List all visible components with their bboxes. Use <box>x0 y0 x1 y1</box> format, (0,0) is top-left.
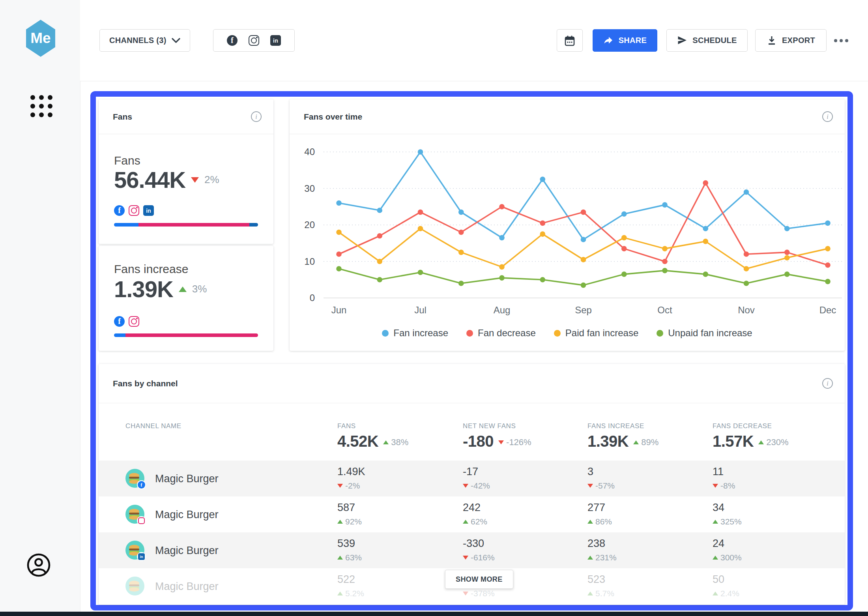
legend-item-fan-increase[interactable]: Fan increase <box>382 328 448 339</box>
channel-avatar: in <box>125 541 144 560</box>
legend-dot <box>382 330 389 337</box>
trend-up-icon <box>713 520 718 524</box>
chart-card-header: Fans over time i <box>290 99 845 134</box>
table-row[interactable]: Magic Burger 587 92% 242 62% 277 86% 34 … <box>99 496 845 532</box>
schedule-button[interactable]: SCHEDULE <box>666 29 748 52</box>
bottom-strip <box>0 612 868 616</box>
dashboard-page: Me CHANNELS (3) f in <box>0 0 868 616</box>
summary-fans-increase: FANS INCREASE 1.39K 89% <box>587 422 658 449</box>
legend-item-fan-decrease[interactable]: Fan decrease <box>466 328 536 339</box>
fans-stat-value: 56.44K <box>114 167 185 193</box>
trend-down-icon <box>337 484 343 488</box>
date-range-button[interactable] <box>557 29 583 52</box>
fans-card-title: Fans <box>113 112 132 122</box>
channel-avatar: f <box>125 469 144 488</box>
channel-avatar <box>125 577 144 595</box>
show-more-button[interactable]: SHOW MORE <box>445 570 513 589</box>
svg-text:0: 0 <box>310 292 315 303</box>
instagram-badge <box>137 516 146 525</box>
svg-text:Sep: Sep <box>575 305 592 315</box>
chevron-down-icon <box>172 38 180 43</box>
column-header-fans: FANS <box>337 422 408 430</box>
export-button-label: EXPORT <box>782 36 815 45</box>
svg-text:Dec: Dec <box>819 305 836 315</box>
fans-by-channel-card: Fans by channel i CHANNEL NAME FANS 4.52… <box>99 364 845 605</box>
legend-dot <box>554 330 561 337</box>
legend-dot <box>657 330 663 337</box>
trend-up-icon <box>758 440 764 444</box>
svg-text:30: 30 <box>304 183 315 194</box>
fans-distribution-bar <box>114 223 258 227</box>
svg-text:20: 20 <box>304 219 315 230</box>
top-toolbar: CHANNELS (3) f in SHARE <box>80 0 868 81</box>
channels-dropdown[interactable]: CHANNELS (3) <box>99 29 190 52</box>
fans-increase-networks: f <box>114 316 139 327</box>
facebook-badge: f <box>137 480 146 489</box>
apps-grid-icon[interactable] <box>30 95 52 117</box>
svg-text:10: 10 <box>304 256 315 267</box>
channel-name: Magic Burger <box>155 580 219 593</box>
fans-networks: f in <box>114 205 154 216</box>
fans-increase-label: Fans increase <box>114 262 188 276</box>
fans-stat-label: Fans <box>114 154 140 167</box>
fans-over-time-card: Fans over time i 010203040JunJulAugSepOc… <box>290 99 845 351</box>
facebook-icon: f <box>114 316 125 327</box>
trend-up-icon <box>587 556 593 560</box>
fans-over-time-chart: 010203040JunJulAugSepOctNovDec <box>290 134 845 324</box>
summary-fans-decrease: FANS DECREASE 1.57K 230% <box>713 422 789 449</box>
channel-avatar <box>125 505 144 524</box>
fans-increase-distribution-bar <box>114 333 258 337</box>
trend-up-icon <box>633 440 639 444</box>
trend-down-icon <box>498 440 504 444</box>
info-icon[interactable]: i <box>251 111 262 122</box>
fans-stat-delta: 2% <box>204 174 219 186</box>
column-header-fans-increase: FANS INCREASE <box>587 422 658 430</box>
account-icon[interactable] <box>26 552 51 579</box>
channel-name: Magic Burger <box>155 509 219 521</box>
linkedin-icon[interactable]: in <box>270 35 281 46</box>
more-options-button[interactable] <box>832 35 851 47</box>
instagram-icon <box>129 316 139 327</box>
facebook-icon[interactable]: f <box>227 35 238 46</box>
export-button[interactable]: EXPORT <box>755 29 827 52</box>
table-row[interactable]: in Magic Burger 539 63% -330 -616% 238 2… <box>99 532 845 568</box>
trend-down-icon <box>191 177 199 183</box>
download-icon <box>767 35 777 46</box>
table-card-header: Fans by channel i <box>99 364 845 403</box>
share-button[interactable]: SHARE <box>593 29 657 52</box>
fans-card: Fans i Fans 56.44K 2% f in <box>99 99 273 244</box>
trend-down-icon <box>713 484 718 488</box>
app-logo[interactable]: Me <box>24 20 57 57</box>
trend-up-icon <box>587 592 593 595</box>
trend-up-icon <box>587 520 593 524</box>
svg-text:Jul: Jul <box>414 305 427 315</box>
share-icon <box>603 36 614 46</box>
trend-up-icon <box>337 592 343 595</box>
info-icon[interactable]: i <box>822 111 833 122</box>
chart-card-title: Fans over time <box>304 112 362 122</box>
fans-increase-card: Fans increase 1.39K 3% f <box>99 246 273 351</box>
column-header-fans-decrease: FANS DECREASE <box>713 422 789 430</box>
facebook-icon: f <box>114 205 125 216</box>
linkedin-icon: in <box>143 205 154 216</box>
channel-name: Magic Burger <box>155 473 219 485</box>
svg-text:Nov: Nov <box>738 305 755 315</box>
table-card-title: Fans by channel <box>113 379 178 388</box>
legend-item-unpaid-fan-increase[interactable]: Unpaid fan increase <box>657 328 752 339</box>
table-row[interactable]: f Magic Burger 1.49K -2% -17 -42% 3 -57%… <box>99 461 845 496</box>
channels-dropdown-label: CHANNELS (3) <box>109 36 166 45</box>
legend-item-paid-fan-increase[interactable]: Paid fan increase <box>554 328 638 339</box>
calendar-icon <box>564 35 576 47</box>
trend-up-icon <box>383 440 389 444</box>
trend-up-icon <box>713 592 718 595</box>
trend-up-icon <box>713 556 718 560</box>
trend-up-icon <box>337 556 343 560</box>
instagram-icon[interactable] <box>249 35 259 46</box>
fans-increase-value: 1.39K <box>114 276 173 302</box>
schedule-button-label: SCHEDULE <box>692 36 737 45</box>
channel-name: Magic Burger <box>155 545 219 557</box>
send-icon <box>677 36 687 46</box>
trend-down-icon <box>463 484 468 488</box>
info-icon[interactable]: i <box>822 378 833 389</box>
summary-net-new-fans: NET NEW FANS -180 -126% <box>463 422 531 449</box>
